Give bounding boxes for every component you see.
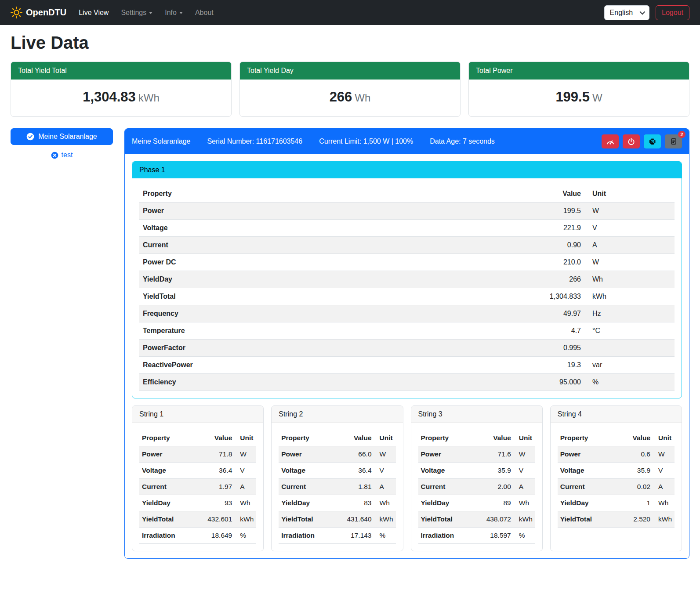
unit-cell: Wh [374, 495, 396, 511]
table-row: Voltage 36.4 V [279, 463, 395, 479]
brand[interactable]: OpenDTU [11, 7, 66, 18]
value-cell: 83 [344, 495, 374, 511]
unit-cell: Wh [514, 495, 535, 511]
navbar: OpenDTU Live View Settings Info About En… [0, 0, 700, 25]
language-select[interactable]: English [604, 5, 649, 20]
inverter-panel-header: Meine Solaranlage Serial Number: 1161716… [125, 129, 689, 154]
property-cell: Power [139, 446, 205, 463]
summary-value: 1,304.83 [83, 89, 136, 105]
inverter-select-test[interactable]: test [11, 151, 113, 159]
unit-cell: % [584, 374, 675, 391]
unit-cell: Hz [584, 305, 675, 322]
table-row: PowerFactor 0.995 [139, 340, 675, 357]
unit-cell: kWh [235, 511, 256, 528]
summary-unit: kWh [138, 92, 160, 104]
value-cell: 49.97 [523, 305, 584, 322]
table-row: YieldDay 1 Wh [558, 495, 675, 511]
col-unit: Unit [584, 185, 675, 203]
property-cell: Voltage [139, 220, 523, 237]
summary-unit: W [592, 92, 602, 104]
col-unit: Unit [514, 430, 535, 446]
value-cell: 71.6 [484, 446, 514, 463]
value-cell: 1 [624, 495, 653, 511]
string-table: Property Value Unit Power [558, 430, 675, 528]
unit-cell: kWh [374, 511, 396, 528]
table-row: Voltage 36.4 V [139, 463, 256, 479]
col-property: Property [139, 185, 523, 203]
table-row: Current 0.02 A [558, 479, 675, 495]
value-cell: 95.000 [523, 374, 584, 391]
inverter-name: Meine Solaranlage [132, 137, 190, 145]
logout-button[interactable]: Logout [656, 5, 689, 20]
value-cell: 0.995 [523, 340, 584, 357]
property-cell: Voltage [558, 463, 624, 479]
power-toggle-button[interactable] [623, 134, 640, 148]
table-row: Power 71.8 W [139, 446, 256, 463]
unit-cell: V [584, 220, 675, 237]
summary-cards: Total Yield Total 1,304.83kWh Total Yiel… [11, 62, 689, 117]
navbar-right: English Logout [604, 5, 689, 20]
serial-number: Serial Number: 116171603546 [207, 137, 302, 145]
unit-cell: °C [584, 322, 675, 340]
power-icon [627, 138, 635, 145]
value-cell: 1.97 [205, 479, 235, 495]
col-value: Value [344, 430, 374, 446]
unit-cell: % [514, 528, 535, 544]
summary-unit: Wh [355, 92, 370, 104]
summary-card-title: Total Power [469, 62, 689, 80]
value-cell: 2.00 [484, 479, 514, 495]
property-cell: YieldDay [139, 495, 205, 511]
property-cell: Irradiation [279, 528, 344, 544]
property-cell: Irradiation [418, 528, 484, 544]
table-row: ReactivePower 19.3 var [139, 357, 675, 374]
table-row: Voltage 221.9 V [139, 220, 675, 237]
unit-cell: Wh [584, 271, 675, 288]
table-header-row: Property Value Unit [139, 185, 675, 203]
unit-cell [584, 340, 675, 357]
property-cell: YieldDay [418, 495, 484, 511]
value-cell: 36.4 [344, 463, 374, 479]
string-card: String 1 Property Value Unit [132, 405, 264, 551]
event-count-badge: 2 [678, 131, 685, 138]
limit-settings-button[interactable] [602, 134, 619, 148]
current-limit: Current Limit: 1,500 W | 100% [319, 137, 413, 145]
event-log-button[interactable]: 2 [665, 134, 682, 148]
unit-cell: A [653, 479, 675, 495]
property-cell: Current [558, 479, 624, 495]
nav-settings[interactable]: Settings [121, 9, 152, 17]
nav-info[interactable]: Info [165, 9, 183, 17]
string-title: String 4 [551, 406, 682, 423]
unit-cell: % [374, 528, 396, 544]
table-row: Power DC 210.0 W [139, 254, 675, 271]
table-row: Current 1.81 A [279, 479, 395, 495]
value-cell: 93 [205, 495, 235, 511]
table-row: YieldTotal 438.072 kWh [418, 511, 535, 528]
x-circle-icon [51, 152, 58, 159]
table-row: Temperature 4.7 °C [139, 322, 675, 340]
value-cell: 431.640 [344, 511, 374, 528]
nav-about[interactable]: About [195, 9, 214, 17]
unit-cell: V [514, 463, 535, 479]
value-cell: 0.02 [624, 479, 653, 495]
col-property: Property [558, 430, 624, 446]
inverter-name-label: test [62, 151, 73, 159]
brand-label: OpenDTU [26, 7, 66, 18]
nav-live-view[interactable]: Live View [79, 9, 109, 17]
value-cell: 17.143 [344, 528, 374, 544]
property-cell: Voltage [279, 463, 344, 479]
language-value: English [610, 9, 633, 17]
gauge-icon [606, 138, 615, 145]
unit-cell: V [235, 463, 256, 479]
property-cell: Power [558, 446, 624, 463]
value-cell: 89 [484, 495, 514, 511]
table-row: Voltage 35.9 V [418, 463, 535, 479]
inverter-select-meine-solaranlage[interactable]: Meine Solaranlage [11, 128, 113, 145]
unit-cell: A [374, 479, 396, 495]
table-row: YieldDay 93 Wh [139, 495, 256, 511]
phase-table: Property Value Unit Power [139, 185, 675, 391]
chevron-down-icon [640, 9, 646, 15]
device-info-button[interactable] [644, 134, 661, 148]
property-cell: Temperature [139, 322, 523, 340]
value-cell: 266 [523, 271, 584, 288]
string-table: Property Value Unit Power [139, 430, 256, 544]
